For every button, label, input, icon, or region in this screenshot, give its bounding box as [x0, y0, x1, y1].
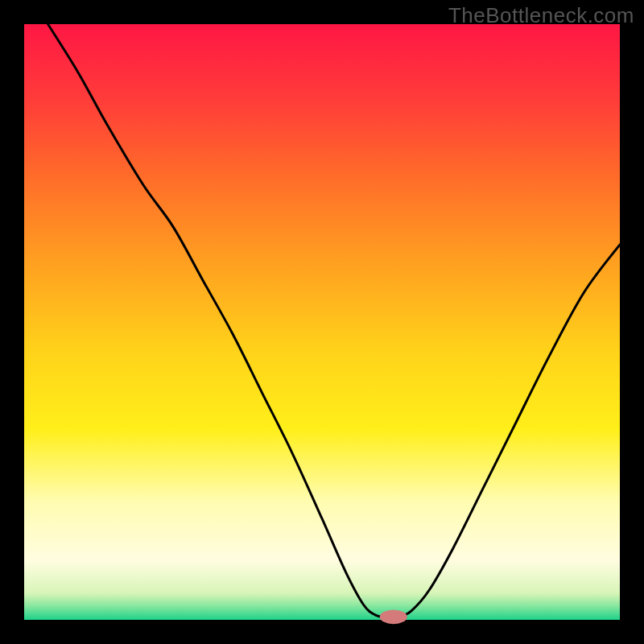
chart-container: TheBottleneck.com [0, 0, 644, 644]
chart-background [24, 24, 620, 620]
watermark-text: TheBottleneck.com [448, 3, 634, 28]
bottleneck-chart [0, 0, 644, 644]
optimal-marker [380, 609, 407, 624]
